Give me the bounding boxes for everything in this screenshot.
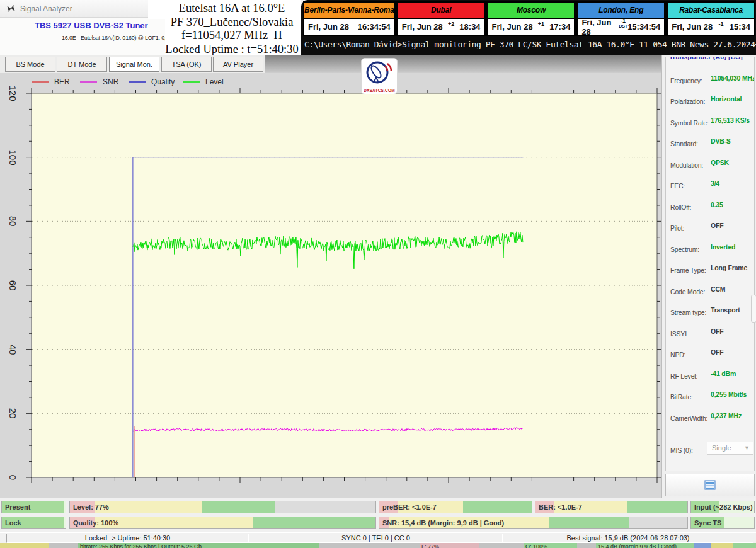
tp-row-issyi: ISSYIOFF <box>670 328 751 336</box>
tab-av-player[interactable]: AV Player <box>213 57 263 72</box>
transponder-panel: Transponder (A0) [BS] Frequency:11054,03… <box>662 55 756 498</box>
tp-row-standard: Standard:DVB-S <box>670 137 751 146</box>
status-best-signal: Best signal: 15,9 dB (2024-06-28 07:03) <box>503 534 753 543</box>
tp-row-modulation: Modulation:QPSK <box>670 159 751 168</box>
clock-offset: -1 <box>718 21 723 26</box>
annotation-line-site: PF 370_Lučenec/Slovakia <box>158 16 306 30</box>
strip-snr: 15,4 dB (margin 9,9 dB | Good) <box>596 543 694 548</box>
tab-dt-mode[interactable]: DT Mode <box>57 57 107 72</box>
status-uptime: Locked -> Uptime: 51:40:30 <box>6 534 249 543</box>
clock-date: Fri, Jun 28 <box>402 22 443 31</box>
ber-bar: BER: <1.0E-7 <box>535 501 688 513</box>
tp-row-frametype: Frame Type:Long Frame <box>670 264 751 273</box>
tp-label: Symbol Rate: <box>670 119 709 127</box>
clock-time: 15:34:54 <box>627 22 660 31</box>
satellite-dish-logo-icon <box>362 59 396 86</box>
y-axis-tick-label: 100 <box>2 147 23 168</box>
signal-plot <box>0 73 662 498</box>
tp-label: FEC: <box>670 182 685 190</box>
strip-segment <box>711 543 733 548</box>
clock-offset: -1 DST <box>619 18 627 29</box>
clock-rabat: Rabat-Casablanca Fri, Jun 28 -1 15:34 <box>667 1 755 36</box>
tp-value: 3/4 <box>711 180 719 187</box>
strip-quality: Q: 100% <box>524 543 577 548</box>
tab-bs-mode[interactable]: BS Mode <box>5 57 55 72</box>
clock-city-label: Rabat-Casablanca <box>667 1 755 18</box>
export-button[interactable] <box>665 474 755 496</box>
tp-value: Horizontal <box>711 95 742 103</box>
dxsatcs-logo-text: DXSATCS.COM <box>362 88 397 93</box>
tp-value: 0,255 Mbit/s <box>711 391 747 398</box>
signal-analyzer-screen: Signal Analyzer TBS 5927 USB DVB-S2 Tune… <box>0 0 756 548</box>
tp-label: Standard: <box>670 140 698 147</box>
annotation-line-frequency: f=11054,027 MHz_H <box>158 29 306 43</box>
tp-label: NPD: <box>670 351 685 358</box>
strip-segment <box>0 543 49 548</box>
tp-row-pilot: Pilot:OFF <box>670 222 751 231</box>
tp-value: 176,513 KS/s <box>711 117 750 124</box>
tp-value: DVB-S <box>711 137 731 145</box>
tp-row-carrierwidth: CarrierWidth:0,237 MHz <box>670 412 751 421</box>
chevron-down-icon: ▼ <box>744 442 750 454</box>
tp-value: OFF <box>711 328 723 335</box>
panel-scrollbar-thumb[interactable] <box>751 295 756 323</box>
y-axis-tick-label: 0 <box>2 467 23 488</box>
clock-time: 17:34 <box>549 22 570 31</box>
tp-value: 11054,030 MHz <box>711 74 755 82</box>
tp-value: Transport <box>711 306 740 314</box>
clock-time-row: Fri, Jun 28 +1 17:34 <box>487 18 576 36</box>
tp-row-rolloff: RollOff:0.35 <box>670 201 751 210</box>
tp-row-streamtype: Stream type:Transport <box>670 306 751 315</box>
tp-label: MIS (0): <box>670 447 693 454</box>
background-window-strip: bitrate: 255 Kbps for 255 Kbps | Output:… <box>0 543 756 548</box>
tp-label: CarrierWidth: <box>670 414 707 422</box>
world-clocks: Berlin-Paris-Vienna-Roma Fri, Jun 28 16:… <box>303 1 755 36</box>
clock-offset-dst: DST <box>619 24 627 28</box>
strip-segment <box>479 543 524 548</box>
clock-city-label: Dubai <box>397 1 486 18</box>
dxsatcs-logo: DXSATCS.COM <box>361 58 398 94</box>
stacked-list-icon <box>703 479 717 491</box>
tp-label: RollOff: <box>670 203 691 211</box>
status-bar: Locked -> Uptime: 51:40:30 SYNC 0 | TEI … <box>0 532 756 544</box>
clock-offset-value: -1 <box>621 18 626 24</box>
tp-label: Frequency: <box>670 77 702 84</box>
terminal-prompt[interactable]: C:\Users\Roman Dávid>Signal monitoring_P… <box>304 40 754 49</box>
strip-segment <box>319 543 420 548</box>
present-indicator: Present <box>1 501 66 513</box>
signal-chart-area: BER SNR Quality Level 020406080100120 <box>0 73 662 498</box>
y-axis-tick-label: 60 <box>2 275 23 296</box>
tp-value: 0,237 MHz <box>711 412 742 420</box>
strip-bitrate: bitrate: 255 Kbps for 255 Kbps | Output:… <box>78 543 319 548</box>
y-axis-tick-label: 120 <box>2 83 23 104</box>
clock-date: Fri, Jun 28 <box>492 22 533 31</box>
tp-value: Inverted <box>711 243 735 251</box>
clock-time: 16:34:54 <box>358 22 391 31</box>
tp-label: Pilot: <box>670 224 684 232</box>
y-axis-tick-label: 80 <box>2 210 23 232</box>
tp-value: QPSK <box>711 159 729 166</box>
tp-row-polarization: Polarization:Horizontal <box>670 95 751 104</box>
tp-row-npd: NPD:OFF <box>670 348 751 357</box>
clock-date: Fri, Jun 28 <box>581 18 619 37</box>
tp-label: Modulation: <box>670 161 703 169</box>
tab-signal-mon[interactable]: Signal Mon. <box>109 57 159 72</box>
tp-row-codemode: Code Mode:CCM <box>670 285 751 294</box>
snr-bar: SNR: 15,4 dB (Margin: 9,9 dB | Good) <box>379 517 688 529</box>
strip-segment <box>577 543 596 548</box>
tp-label: Code Mode: <box>670 288 705 295</box>
clock-london: London, Eng Fri, Jun 28 -1 DST 15:34:54 <box>576 1 667 36</box>
clocks-console-block: Berlin-Paris-Vienna-Roma Fri, Jun 28 16:… <box>301 0 756 55</box>
tp-row-spectrum: Spectrum:Inverted <box>670 243 751 252</box>
quality-bar: Quality: 100% <box>69 517 376 529</box>
app-dish-icon <box>6 4 16 13</box>
tp-label: ISSYI <box>670 330 687 338</box>
annotation-line-uptime: Locked Uptime : t=51:40:30 <box>158 43 306 57</box>
clock-dubai: Dubai Fri, Jun 28 +2 18:34 <box>397 1 487 36</box>
tab-tsa[interactable]: TSA (OK) <box>161 57 212 72</box>
preber-bar: preBER: <1.0E-7 <box>379 501 532 513</box>
tp-label: Stream type: <box>670 309 706 316</box>
mis-dropdown[interactable]: Single ▼ <box>707 442 753 455</box>
clock-date: Fri, Jun 28 <box>308 22 349 31</box>
tp-label: RF Level: <box>670 372 697 380</box>
